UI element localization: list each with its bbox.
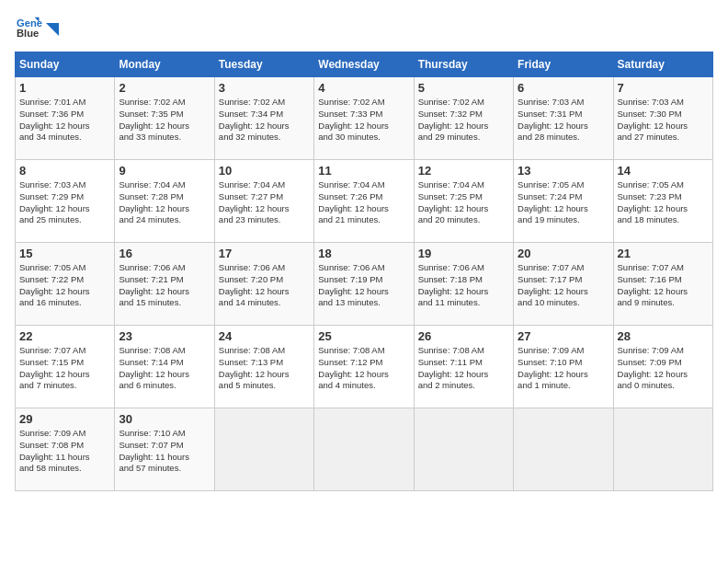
calendar-cell: 12Sunrise: 7:04 AM Sunset: 7:25 PM Dayli…	[414, 160, 513, 243]
day-info: Sunrise: 7:06 AM Sunset: 7:18 PM Dayligh…	[418, 262, 509, 309]
day-info: Sunrise: 7:04 AM Sunset: 7:25 PM Dayligh…	[418, 179, 509, 226]
day-number: 10	[219, 164, 310, 178]
calendar-cell: 10Sunrise: 7:04 AM Sunset: 7:27 PM Dayli…	[214, 160, 313, 243]
calendar-cell	[214, 408, 313, 491]
day-info: Sunrise: 7:03 AM Sunset: 7:31 PM Dayligh…	[518, 97, 609, 144]
logo: General Blue	[15, 15, 59, 44]
day-number: 20	[518, 247, 609, 260]
day-number: 18	[318, 247, 409, 260]
day-number: 6	[518, 81, 609, 95]
day-info: Sunrise: 7:06 AM Sunset: 7:19 PM Dayligh…	[318, 262, 409, 309]
calendar-cell: 5Sunrise: 7:02 AM Sunset: 7:32 PM Daylig…	[414, 77, 513, 160]
day-number: 24	[219, 329, 310, 343]
day-info: Sunrise: 7:07 AM Sunset: 7:17 PM Dayligh…	[518, 262, 609, 309]
day-number: 5	[418, 81, 509, 95]
day-info: Sunrise: 7:04 AM Sunset: 7:28 PM Dayligh…	[119, 179, 210, 226]
day-info: Sunrise: 7:01 AM Sunset: 7:36 PM Dayligh…	[19, 97, 110, 144]
day-info: Sunrise: 7:08 AM Sunset: 7:12 PM Dayligh…	[318, 345, 409, 392]
calendar-cell: 24Sunrise: 7:08 AM Sunset: 7:13 PM Dayli…	[214, 326, 313, 408]
calendar-cell	[314, 408, 414, 491]
day-number: 23	[119, 329, 210, 343]
day-info: Sunrise: 7:05 AM Sunset: 7:22 PM Dayligh…	[19, 262, 110, 309]
day-number: 9	[119, 164, 210, 178]
logo-icon: General Blue	[17, 15, 42, 40]
day-info: Sunrise: 7:02 AM Sunset: 7:33 PM Dayligh…	[318, 97, 409, 144]
week-row-1: 1Sunrise: 7:01 AM Sunset: 7:36 PM Daylig…	[16, 77, 713, 160]
day-info: Sunrise: 7:06 AM Sunset: 7:21 PM Dayligh…	[119, 262, 210, 309]
day-info: Sunrise: 7:07 AM Sunset: 7:15 PM Dayligh…	[19, 345, 110, 392]
day-number: 3	[219, 81, 310, 95]
page-header: General Blue	[15, 15, 713, 44]
calendar-table: SundayMondayTuesdayWednesdayThursdayFrid…	[15, 52, 713, 491]
day-number: 25	[318, 329, 409, 343]
week-row-5: 29Sunrise: 7:09 AM Sunset: 7:08 PM Dayli…	[16, 408, 713, 491]
day-info: Sunrise: 7:03 AM Sunset: 7:30 PM Dayligh…	[618, 97, 709, 144]
header-wednesday: Wednesday	[314, 52, 414, 77]
day-number: 17	[219, 247, 310, 260]
calendar-cell: 28Sunrise: 7:09 AM Sunset: 7:09 PM Dayli…	[613, 326, 712, 408]
header-tuesday: Tuesday	[214, 52, 313, 77]
calendar-cell: 18Sunrise: 7:06 AM Sunset: 7:19 PM Dayli…	[314, 243, 414, 326]
week-row-4: 22Sunrise: 7:07 AM Sunset: 7:15 PM Dayli…	[16, 326, 713, 408]
day-number: 8	[19, 164, 110, 178]
calendar-cell: 4Sunrise: 7:02 AM Sunset: 7:33 PM Daylig…	[314, 77, 414, 160]
week-row-2: 8Sunrise: 7:03 AM Sunset: 7:29 PM Daylig…	[16, 160, 713, 243]
day-info: Sunrise: 7:08 AM Sunset: 7:11 PM Dayligh…	[418, 345, 509, 392]
calendar-cell: 29Sunrise: 7:09 AM Sunset: 7:08 PM Dayli…	[16, 408, 115, 491]
calendar-cell: 6Sunrise: 7:03 AM Sunset: 7:31 PM Daylig…	[514, 77, 613, 160]
calendar-cell: 11Sunrise: 7:04 AM Sunset: 7:26 PM Dayli…	[314, 160, 414, 243]
day-number: 19	[418, 247, 509, 260]
day-number: 11	[318, 164, 409, 178]
day-number: 27	[518, 329, 609, 343]
day-number: 30	[119, 412, 210, 426]
day-number: 14	[618, 164, 709, 178]
day-info: Sunrise: 7:02 AM Sunset: 7:35 PM Dayligh…	[119, 97, 210, 144]
calendar-cell: 22Sunrise: 7:07 AM Sunset: 7:15 PM Dayli…	[16, 326, 115, 408]
day-number: 26	[418, 329, 509, 343]
calendar-cell: 20Sunrise: 7:07 AM Sunset: 7:17 PM Dayli…	[514, 243, 613, 326]
day-number: 7	[618, 81, 709, 95]
calendar-cell: 7Sunrise: 7:03 AM Sunset: 7:30 PM Daylig…	[613, 77, 712, 160]
svg-marker-3	[46, 23, 59, 36]
day-info: Sunrise: 7:08 AM Sunset: 7:14 PM Dayligh…	[119, 345, 210, 392]
calendar-cell: 3Sunrise: 7:02 AM Sunset: 7:34 PM Daylig…	[214, 77, 313, 160]
calendar-cell: 27Sunrise: 7:09 AM Sunset: 7:10 PM Dayli…	[514, 326, 613, 408]
svg-text:Blue: Blue	[17, 28, 39, 39]
calendar-cell: 17Sunrise: 7:06 AM Sunset: 7:20 PM Dayli…	[214, 243, 313, 326]
calendar-cell: 23Sunrise: 7:08 AM Sunset: 7:14 PM Dayli…	[115, 326, 214, 408]
header-monday: Monday	[115, 52, 214, 77]
calendar-cell: 25Sunrise: 7:08 AM Sunset: 7:12 PM Dayli…	[314, 326, 414, 408]
day-info: Sunrise: 7:08 AM Sunset: 7:13 PM Dayligh…	[219, 345, 310, 392]
day-info: Sunrise: 7:09 AM Sunset: 7:08 PM Dayligh…	[19, 428, 110, 475]
calendar-cell: 26Sunrise: 7:08 AM Sunset: 7:11 PM Dayli…	[414, 326, 513, 408]
calendar-cell: 14Sunrise: 7:05 AM Sunset: 7:23 PM Dayli…	[613, 160, 712, 243]
day-info: Sunrise: 7:05 AM Sunset: 7:23 PM Dayligh…	[618, 179, 709, 226]
day-number: 4	[318, 81, 409, 95]
day-info: Sunrise: 7:04 AM Sunset: 7:26 PM Dayligh…	[318, 179, 409, 226]
calendar-cell: 16Sunrise: 7:06 AM Sunset: 7:21 PM Dayli…	[115, 243, 214, 326]
calendar-cell	[613, 408, 712, 491]
day-number: 13	[518, 164, 609, 178]
calendar-cell: 30Sunrise: 7:10 AM Sunset: 7:07 PM Dayli…	[115, 408, 214, 491]
day-number: 1	[19, 81, 110, 95]
header-friday: Friday	[514, 52, 613, 77]
header-saturday: Saturday	[613, 52, 712, 77]
day-info: Sunrise: 7:04 AM Sunset: 7:27 PM Dayligh…	[219, 179, 310, 226]
header-thursday: Thursday	[414, 52, 513, 77]
week-row-3: 15Sunrise: 7:05 AM Sunset: 7:22 PM Dayli…	[16, 243, 713, 326]
calendar-cell: 13Sunrise: 7:05 AM Sunset: 7:24 PM Dayli…	[514, 160, 613, 243]
day-number: 29	[19, 412, 110, 426]
calendar-cell: 19Sunrise: 7:06 AM Sunset: 7:18 PM Dayli…	[414, 243, 513, 326]
day-info: Sunrise: 7:05 AM Sunset: 7:24 PM Dayligh…	[518, 179, 609, 226]
day-number: 22	[19, 329, 110, 343]
day-info: Sunrise: 7:10 AM Sunset: 7:07 PM Dayligh…	[119, 428, 210, 475]
day-info: Sunrise: 7:09 AM Sunset: 7:10 PM Dayligh…	[518, 345, 609, 392]
day-info: Sunrise: 7:09 AM Sunset: 7:09 PM Dayligh…	[618, 345, 709, 392]
day-number: 12	[418, 164, 509, 178]
day-number: 2	[119, 81, 210, 95]
calendar-cell	[514, 408, 613, 491]
day-info: Sunrise: 7:03 AM Sunset: 7:29 PM Dayligh…	[19, 179, 110, 226]
calendar-cell: 8Sunrise: 7:03 AM Sunset: 7:29 PM Daylig…	[16, 160, 115, 243]
day-info: Sunrise: 7:02 AM Sunset: 7:32 PM Dayligh…	[418, 97, 509, 144]
day-info: Sunrise: 7:02 AM Sunset: 7:34 PM Dayligh…	[219, 97, 310, 144]
